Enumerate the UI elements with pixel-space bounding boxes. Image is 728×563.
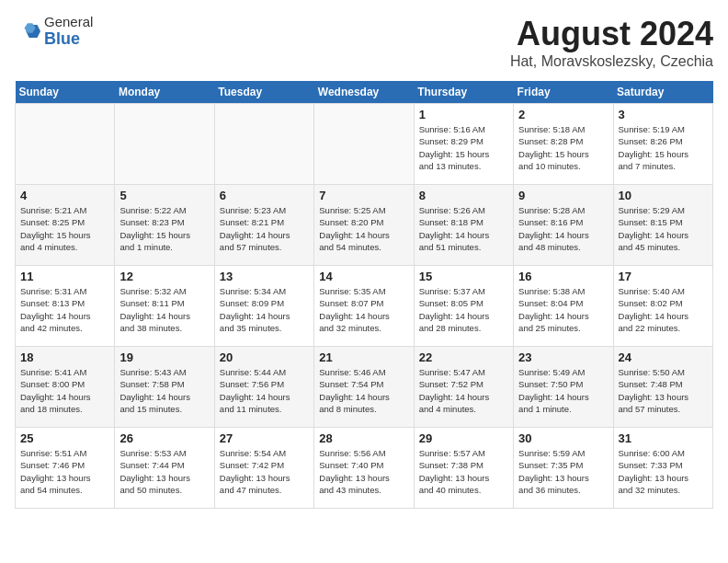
calendar-cell: 31Sunrise: 6:00 AM Sunset: 7:33 PM Dayli… — [613, 428, 712, 509]
day-number: 12 — [119, 270, 209, 283]
day-number: 7 — [319, 189, 408, 202]
calendar-cell: 27Sunrise: 5:54 AM Sunset: 7:42 PM Dayli… — [214, 428, 313, 509]
calendar-cell: 9Sunrise: 5:28 AM Sunset: 8:16 PM Daylig… — [514, 185, 613, 266]
header-thursday: Thursday — [414, 81, 513, 104]
day-number: 21 — [319, 350, 408, 364]
day-info: Sunrise: 5:49 AM Sunset: 7:50 PM Dayligh… — [518, 366, 608, 415]
logo: General Blue — [15, 15, 93, 48]
day-number: 11 — [20, 270, 109, 283]
day-number: 9 — [518, 189, 608, 202]
day-number: 31 — [619, 431, 708, 445]
day-info: Sunrise: 5:56 AM Sunset: 7:40 PM Dayligh… — [319, 447, 408, 496]
calendar-cell: 7Sunrise: 5:25 AM Sunset: 8:20 PM Daylig… — [314, 185, 414, 266]
calendar-cell: 25Sunrise: 5:51 AM Sunset: 7:46 PM Dayli… — [16, 428, 115, 509]
calendar-cell: 13Sunrise: 5:34 AM Sunset: 8:09 PM Dayli… — [214, 266, 313, 347]
day-info: Sunrise: 5:43 AM Sunset: 7:58 PM Dayligh… — [119, 366, 209, 415]
day-info: Sunrise: 5:23 AM Sunset: 8:21 PM Dayligh… — [220, 204, 309, 253]
day-number: 1 — [419, 108, 508, 121]
day-number: 23 — [518, 350, 608, 364]
calendar-cell: 12Sunrise: 5:32 AM Sunset: 8:11 PM Dayli… — [115, 266, 214, 347]
day-info: Sunrise: 5:19 AM Sunset: 8:26 PM Dayligh… — [619, 123, 708, 172]
calendar-cell: 24Sunrise: 5:50 AM Sunset: 7:48 PM Dayli… — [613, 347, 712, 428]
calendar-cell: 6Sunrise: 5:23 AM Sunset: 8:21 PM Daylig… — [214, 185, 313, 266]
day-info: Sunrise: 5:25 AM Sunset: 8:20 PM Dayligh… — [319, 204, 408, 253]
day-info: Sunrise: 5:29 AM Sunset: 8:15 PM Dayligh… — [619, 204, 708, 253]
day-number: 25 — [20, 431, 109, 445]
calendar-cell — [314, 104, 414, 185]
month-year-title: August 2024 — [510, 15, 713, 53]
day-info: Sunrise: 5:37 AM Sunset: 8:05 PM Dayligh… — [419, 285, 508, 334]
day-number: 17 — [619, 270, 708, 283]
day-number: 22 — [419, 350, 508, 364]
day-info: Sunrise: 5:28 AM Sunset: 8:16 PM Dayligh… — [518, 204, 608, 253]
week-row-5: 25Sunrise: 5:51 AM Sunset: 7:46 PM Dayli… — [16, 428, 713, 509]
header-saturday: Saturday — [613, 81, 712, 104]
calendar-cell — [115, 104, 214, 185]
day-info: Sunrise: 5:53 AM Sunset: 7:44 PM Dayligh… — [119, 447, 209, 496]
calendar-table: SundayMondayTuesdayWednesdayThursdayFrid… — [15, 81, 713, 509]
day-number: 19 — [119, 350, 209, 364]
calendar-cell: 21Sunrise: 5:46 AM Sunset: 7:54 PM Dayli… — [314, 347, 414, 428]
day-number: 20 — [220, 350, 309, 364]
header-row: SundayMondayTuesdayWednesdayThursdayFrid… — [16, 81, 713, 104]
calendar-cell: 16Sunrise: 5:38 AM Sunset: 8:04 PM Dayli… — [514, 266, 613, 347]
day-info: Sunrise: 5:35 AM Sunset: 8:07 PM Dayligh… — [319, 285, 408, 334]
logo-text: General Blue — [44, 15, 93, 48]
day-number: 8 — [419, 189, 508, 202]
week-row-4: 18Sunrise: 5:41 AM Sunset: 8:00 PM Dayli… — [16, 347, 713, 428]
calendar-cell: 22Sunrise: 5:47 AM Sunset: 7:52 PM Dayli… — [414, 347, 513, 428]
calendar-cell — [214, 104, 313, 185]
day-number: 13 — [220, 270, 309, 283]
day-number: 3 — [619, 108, 708, 121]
calendar-cell: 17Sunrise: 5:40 AM Sunset: 8:02 PM Dayli… — [613, 266, 712, 347]
header-friday: Friday — [514, 81, 613, 104]
calendar-cell: 20Sunrise: 5:44 AM Sunset: 7:56 PM Dayli… — [214, 347, 313, 428]
calendar-cell: 19Sunrise: 5:43 AM Sunset: 7:58 PM Dayli… — [115, 347, 214, 428]
page-header: General Blue August 2024 Hat, Moravskosl… — [15, 15, 713, 70]
day-info: Sunrise: 5:50 AM Sunset: 7:48 PM Dayligh… — [619, 366, 708, 415]
day-info: Sunrise: 5:16 AM Sunset: 8:29 PM Dayligh… — [419, 123, 508, 172]
day-info: Sunrise: 5:51 AM Sunset: 7:46 PM Dayligh… — [20, 447, 109, 496]
day-info: Sunrise: 5:38 AM Sunset: 8:04 PM Dayligh… — [518, 285, 608, 334]
calendar-cell: 1Sunrise: 5:16 AM Sunset: 8:29 PM Daylig… — [414, 104, 513, 185]
day-info: Sunrise: 5:41 AM Sunset: 8:00 PM Dayligh… — [20, 366, 109, 415]
day-number: 16 — [518, 270, 608, 283]
day-info: Sunrise: 5:34 AM Sunset: 8:09 PM Dayligh… — [220, 285, 309, 334]
day-number: 10 — [619, 189, 708, 202]
calendar-cell: 3Sunrise: 5:19 AM Sunset: 8:26 PM Daylig… — [613, 104, 712, 185]
calendar-cell: 29Sunrise: 5:57 AM Sunset: 7:38 PM Dayli… — [414, 428, 513, 509]
calendar-cell: 30Sunrise: 5:59 AM Sunset: 7:35 PM Dayli… — [514, 428, 613, 509]
day-info: Sunrise: 5:44 AM Sunset: 7:56 PM Dayligh… — [220, 366, 309, 415]
day-info: Sunrise: 5:26 AM Sunset: 8:18 PM Dayligh… — [419, 204, 508, 253]
day-number: 30 — [518, 431, 608, 445]
day-number: 2 — [518, 108, 608, 121]
header-sunday: Sunday — [16, 81, 115, 104]
calendar-cell: 28Sunrise: 5:56 AM Sunset: 7:40 PM Dayli… — [314, 428, 414, 509]
day-info: Sunrise: 5:31 AM Sunset: 8:13 PM Dayligh… — [20, 285, 109, 334]
day-info: Sunrise: 5:57 AM Sunset: 7:38 PM Dayligh… — [419, 447, 508, 496]
calendar-cell: 26Sunrise: 5:53 AM Sunset: 7:44 PM Dayli… — [115, 428, 214, 509]
day-number: 6 — [220, 189, 309, 202]
calendar-cell: 18Sunrise: 5:41 AM Sunset: 8:00 PM Dayli… — [16, 347, 115, 428]
day-number: 15 — [419, 270, 508, 283]
calendar-cell: 14Sunrise: 5:35 AM Sunset: 8:07 PM Dayli… — [314, 266, 414, 347]
calendar-cell: 2Sunrise: 5:18 AM Sunset: 8:28 PM Daylig… — [514, 104, 613, 185]
day-info: Sunrise: 5:18 AM Sunset: 8:28 PM Dayligh… — [518, 123, 608, 172]
calendar-cell: 4Sunrise: 5:21 AM Sunset: 8:25 PM Daylig… — [16, 185, 115, 266]
day-info: Sunrise: 5:54 AM Sunset: 7:42 PM Dayligh… — [220, 447, 309, 496]
calendar-cell: 10Sunrise: 5:29 AM Sunset: 8:15 PM Dayli… — [613, 185, 712, 266]
week-row-1: 1Sunrise: 5:16 AM Sunset: 8:29 PM Daylig… — [16, 104, 713, 185]
title-block: August 2024 Hat, Moravskoslezsky, Czechi… — [510, 15, 713, 70]
day-number: 5 — [119, 189, 209, 202]
day-info: Sunrise: 5:59 AM Sunset: 7:35 PM Dayligh… — [518, 447, 608, 496]
day-info: Sunrise: 6:00 AM Sunset: 7:33 PM Dayligh… — [619, 447, 708, 496]
week-row-3: 11Sunrise: 5:31 AM Sunset: 8:13 PM Dayli… — [16, 266, 713, 347]
location-subtitle: Hat, Moravskoslezsky, Czechia — [510, 53, 713, 70]
calendar-cell: 5Sunrise: 5:22 AM Sunset: 8:23 PM Daylig… — [115, 185, 214, 266]
logo-icon — [15, 18, 40, 44]
calendar-cell: 15Sunrise: 5:37 AM Sunset: 8:05 PM Dayli… — [414, 266, 513, 347]
header-monday: Monday — [115, 81, 214, 104]
header-wednesday: Wednesday — [314, 81, 414, 104]
day-number: 27 — [220, 431, 309, 445]
week-row-2: 4Sunrise: 5:21 AM Sunset: 8:25 PM Daylig… — [16, 185, 713, 266]
